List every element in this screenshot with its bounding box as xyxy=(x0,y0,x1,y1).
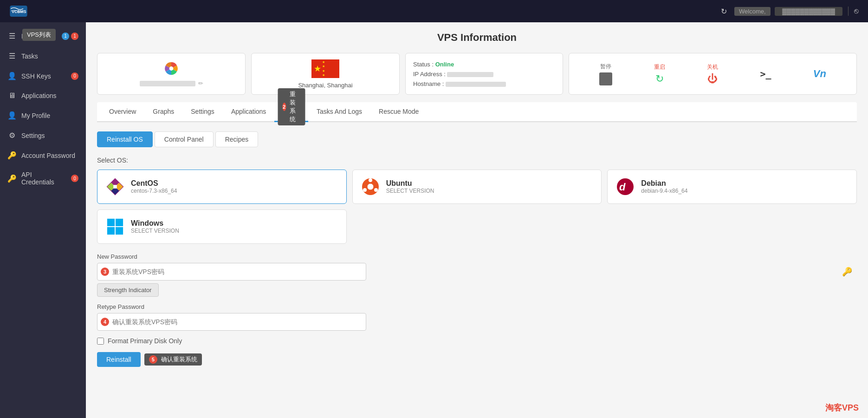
vps-actions-card: 暂停 重启 ↻ 关机 ⏻ >_ Vn xyxy=(569,53,857,95)
sidebar-item-list-vps[interactable]: ☰ List VPS 1 1 VPS列表 xyxy=(0,26,86,46)
server-name: ✏ xyxy=(140,80,203,87)
vps-logo-icon xyxy=(157,61,185,76)
sidebar-label-my-profile: My Profile xyxy=(21,112,50,119)
hostname-bar xyxy=(446,82,506,87)
sidebar-item-api-credentials[interactable]: 🔑 API Credentials 0 xyxy=(0,165,86,191)
retype-password-input[interactable] xyxy=(97,313,366,331)
step-5-badge: 5 xyxy=(149,355,157,364)
new-password-input[interactable] xyxy=(97,263,366,281)
windows-name: Windows xyxy=(131,219,179,228)
tab-tasks-logs[interactable]: Tasks And Logs xyxy=(308,102,370,122)
step-2-badge: 2 xyxy=(282,103,286,111)
reinstall-button[interactable]: Reinstall xyxy=(97,352,141,367)
badge-api: 0 xyxy=(71,175,78,182)
star-main: ★ xyxy=(314,64,321,74)
os-card-debian[interactable]: d Debian debian-9.4-x86_64 xyxy=(607,170,857,204)
navbar-right: ↻ Welcome, ▓▓▓▓▓▓▓▓▓▓▓▓ ⎋ xyxy=(721,7,859,16)
off-button[interactable]: 关机 ⏻ xyxy=(707,63,718,85)
badge-ssh: 0 xyxy=(71,72,78,80)
logout-icon[interactable]: ⎋ xyxy=(854,7,859,15)
svg-rect-8 xyxy=(113,185,117,189)
navbar-divider xyxy=(848,7,849,16)
sidebar-item-account-password[interactable]: 🔑 Account Password xyxy=(0,145,86,165)
os-card-ubuntu[interactable]: Ubuntu SELECT VERSION xyxy=(352,170,602,204)
sidebar-item-settings[interactable]: ⚙ Settings xyxy=(0,125,86,145)
stop-icon xyxy=(599,72,612,85)
reinstall-tabs: Reinstall OS Control Panel Recipes xyxy=(97,131,857,147)
navbar: VCBMS ↻ Welcome, ▓▓▓▓▓▓▓▓▓▓▓▓ ⎋ xyxy=(0,0,868,22)
debian-info: Debian debian-9.4-x86_64 xyxy=(641,179,687,194)
badge-red-1: 1 xyxy=(71,33,78,40)
restart-label: 重启 xyxy=(654,63,665,71)
sidebar-item-my-profile[interactable]: 👤 My Profile xyxy=(0,105,86,125)
vnc-button[interactable]: Vn xyxy=(813,68,826,80)
svg-point-12 xyxy=(374,188,378,192)
account-password-icon: 🔑 xyxy=(7,151,17,160)
svg-rect-19 xyxy=(116,227,123,235)
ip-bar xyxy=(447,72,493,77)
tab-rescue-mode[interactable]: Rescue Mode xyxy=(370,102,427,122)
ubuntu-icon xyxy=(360,176,381,197)
refresh-icon[interactable]: ↻ xyxy=(721,7,727,16)
status-online: Online xyxy=(435,61,454,68)
svg-point-11 xyxy=(369,178,372,182)
sidebar-item-applications[interactable]: 🖥 Applications xyxy=(0,86,86,105)
tab-install[interactable]: Install 2 重装系统 xyxy=(274,102,308,122)
username-display: ▓▓▓▓▓▓▓▓▓▓▓▓ xyxy=(775,7,842,16)
vps-location: Shanghai, Shanghai xyxy=(298,82,352,89)
control-panel-tab[interactable]: Control Panel xyxy=(155,131,214,147)
stop-label: 暂停 xyxy=(600,63,611,71)
tab-overview[interactable]: Overview xyxy=(101,102,144,122)
os-card-centos[interactable]: CentOS centos-7.3-x86_64 xyxy=(97,170,347,204)
format-disk-row: Format Primary Disk Only xyxy=(97,337,857,345)
ubuntu-info: Ubuntu SELECT VERSION xyxy=(386,179,434,194)
vps-status-card: Status : Online IP Address : Hostname : xyxy=(405,53,563,95)
tabs-bar: Overview Graphs Settings Applications In… xyxy=(97,102,857,122)
format-disk-checkbox[interactable] xyxy=(97,338,104,345)
windows-info: Windows SELECT VERSION xyxy=(131,219,179,234)
debian-icon: d xyxy=(615,176,635,197)
sidebar-item-ssh-keys[interactable]: 👤 SSH Keys 0 xyxy=(0,66,86,86)
console-icon: >_ xyxy=(760,68,771,79)
centos-info: CentOS centos-7.3-x86_64 xyxy=(131,179,177,194)
app-body: ☰ List VPS 1 1 VPS列表 ☰ Tasks 👤 SSH Keys … xyxy=(0,22,868,418)
status-row: Status : Online xyxy=(413,61,454,68)
ubuntu-name: Ubuntu xyxy=(386,179,434,188)
footer-watermark: 淘客VPS xyxy=(825,402,859,413)
my-profile-icon: 👤 xyxy=(7,111,17,120)
key-icon[interactable]: 🔑 xyxy=(842,267,852,277)
format-disk-label: Format Primary Disk Only xyxy=(108,337,182,345)
sidebar-label-api-credentials: API Credentials xyxy=(21,171,66,186)
vps-info-row: ✏ ★ ★ ★ ★ ★ Shanghai, S xyxy=(97,53,857,95)
recipes-tab[interactable]: Recipes xyxy=(215,131,259,147)
tooltip-reinstall-system: 2 重装系统 xyxy=(278,88,305,125)
brand: VCBMS xyxy=(9,4,28,18)
sidebar-item-tasks[interactable]: ☰ Tasks xyxy=(0,46,86,66)
page-title: VPS Information xyxy=(97,32,857,44)
debian-name: Debian xyxy=(641,179,687,188)
tasks-icon: ☰ xyxy=(7,52,17,60)
list-vps-badges: 1 1 xyxy=(62,33,78,40)
hostname-row: Hostname : xyxy=(413,80,506,87)
sidebar-label-tasks: Tasks xyxy=(21,52,38,60)
strength-indicator-button[interactable]: Strength Indicator xyxy=(97,283,159,297)
stop-button[interactable]: 暂停 xyxy=(599,63,612,85)
applications-icon: 🖥 xyxy=(7,91,17,100)
svg-point-13 xyxy=(363,188,367,192)
os-card-windows[interactable]: Windows SELECT VERSION xyxy=(97,209,347,244)
install-tooltip: 2 重装系统 xyxy=(278,88,305,125)
tab-graphs[interactable]: Graphs xyxy=(144,102,182,122)
new-password-group: New Password 3 🔑 Strength Indicator xyxy=(97,253,857,297)
vps-flag-card: ★ ★ ★ ★ ★ Shanghai, Shanghai xyxy=(251,53,400,95)
centos-name: CentOS xyxy=(131,179,177,188)
tab-applications[interactable]: Applications xyxy=(223,102,275,122)
retype-password-wrap: 4 xyxy=(97,313,857,331)
restart-button[interactable]: 重启 ↻ xyxy=(654,63,665,85)
reinstall-os-tab[interactable]: Reinstall OS xyxy=(97,131,153,147)
centos-icon xyxy=(105,176,125,197)
svg-point-2 xyxy=(169,66,174,71)
console-button[interactable]: >_ xyxy=(760,68,771,79)
windows-version: SELECT VERSION xyxy=(131,228,179,234)
action-row: Reinstall 5 确认重装系统 xyxy=(97,352,857,367)
tab-settings[interactable]: Settings xyxy=(182,102,223,122)
